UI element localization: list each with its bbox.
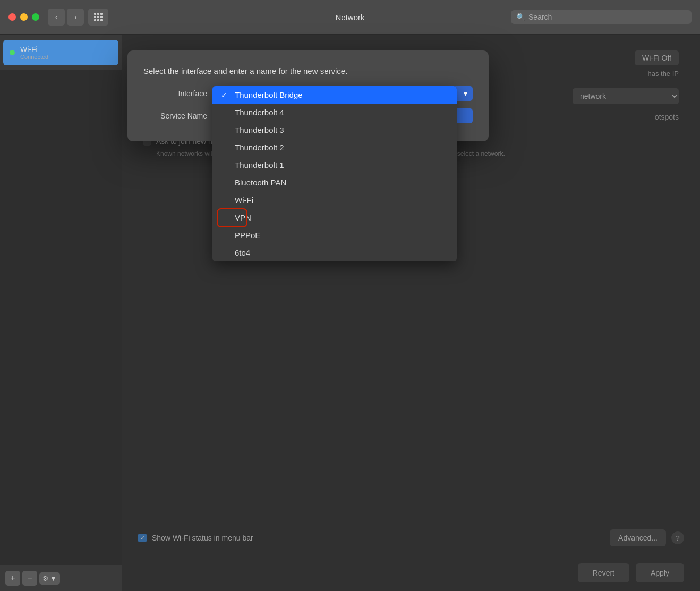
- search-icon: 🔍: [516, 13, 525, 21]
- gear-icon: ⚙: [42, 575, 49, 582]
- dropdown-item-label: Bluetooth PAN: [235, 178, 286, 187]
- interface-label: Interface: [143, 89, 207, 98]
- status-dot-connected: [10, 50, 15, 55]
- sidebar-item-wifi[interactable]: Wi-Fi Connected: [3, 40, 118, 65]
- dropdown-item-label: Thunderbolt 4: [235, 108, 284, 117]
- search-input[interactable]: [528, 13, 686, 21]
- right-panel: Select the interface and enter a name fo…: [122, 35, 700, 591]
- add-service-button[interactable]: +: [5, 571, 20, 586]
- dropdown-item-label: Wi-Fi: [235, 196, 253, 205]
- dropdown-item-thunderbolt-3[interactable]: Thunderbolt 3: [212, 121, 457, 139]
- dropdown-item-pppoe[interactable]: PPPoE: [212, 226, 457, 244]
- forward-button[interactable]: ›: [67, 9, 84, 26]
- search-bar: 🔍: [511, 10, 692, 24]
- dropdown-item-label: Thunderbolt 1: [235, 161, 284, 170]
- sidebar-bottom: + − ⚙ ▼: [0, 565, 122, 591]
- dropdown-item-label: Thunderbolt Bridge: [235, 90, 303, 99]
- dropdown-item-label: PPPoE: [235, 231, 260, 240]
- dialog-box: Select the interface and enter a name fo…: [127, 50, 489, 141]
- sidebar-list-area: [0, 70, 122, 565]
- window-title: Network: [335, 13, 364, 22]
- interface-dropdown-menu: ✓ Thunderbolt Bridge Thunderbolt 4 Thund…: [212, 86, 457, 261]
- sidebar-item-name: Wi-Fi: [20, 45, 48, 54]
- main-content: Wi-Fi Connected + − ⚙ ▼ Select the inter…: [0, 35, 700, 591]
- sidebar-item-text: Wi-Fi Connected: [20, 45, 48, 60]
- close-button[interactable]: [8, 13, 16, 21]
- dropdown-item-label: Thunderbolt 3: [235, 125, 284, 134]
- sidebar: Wi-Fi Connected + − ⚙ ▼: [0, 35, 122, 591]
- maximize-button[interactable]: [32, 13, 39, 21]
- dropdown-item-label: VPN: [235, 213, 251, 222]
- dropdown-item-thunderbolt-2[interactable]: Thunderbolt 2: [212, 139, 457, 156]
- remove-service-button[interactable]: −: [22, 571, 37, 586]
- dropdown-item-vpn[interactable]: VPN: [212, 209, 457, 226]
- service-name-label: Service Name: [143, 112, 207, 120]
- dropdown-item-thunderbolt-bridge[interactable]: ✓ Thunderbolt Bridge: [212, 86, 457, 104]
- interface-dropdown-container: Thunderbolt Bridge ▾ ✓ Thunderbolt Bridg…: [212, 86, 473, 101]
- grid-button[interactable]: [88, 9, 108, 26]
- dropdown-item-bluetooth-pan[interactable]: Bluetooth PAN: [212, 174, 457, 191]
- back-button[interactable]: ‹: [48, 9, 65, 26]
- dropdown-item-wifi[interactable]: Wi-Fi: [212, 191, 457, 209]
- titlebar: ‹ › Network 🔍: [0, 0, 700, 35]
- dropdown-item-6to4[interactable]: 6to4: [212, 244, 457, 261]
- nav-buttons: ‹ ›: [48, 9, 84, 26]
- dropdown-item-thunderbolt-1[interactable]: Thunderbolt 1: [212, 156, 457, 174]
- dropdown-item-label: Thunderbolt 2: [235, 143, 284, 152]
- grid-icon: [94, 13, 103, 21]
- dropdown-item-thunderbolt-4[interactable]: Thunderbolt 4: [212, 104, 457, 121]
- minimize-button[interactable]: [20, 13, 28, 21]
- gear-chevron: ▼: [50, 575, 57, 582]
- interface-row: Interface Thunderbolt Bridge ▾ ✓ Thunder…: [143, 86, 473, 101]
- gear-menu-button[interactable]: ⚙ ▼: [39, 572, 60, 585]
- dropdown-item-label: 6to4: [235, 248, 250, 257]
- sidebar-item-status: Connected: [20, 54, 48, 60]
- dialog-title: Select the interface and enter a name fo…: [143, 66, 473, 75]
- check-icon: ✓: [221, 91, 229, 99]
- dropdown-chevron: ▾: [464, 89, 467, 98]
- window-controls: [8, 13, 39, 21]
